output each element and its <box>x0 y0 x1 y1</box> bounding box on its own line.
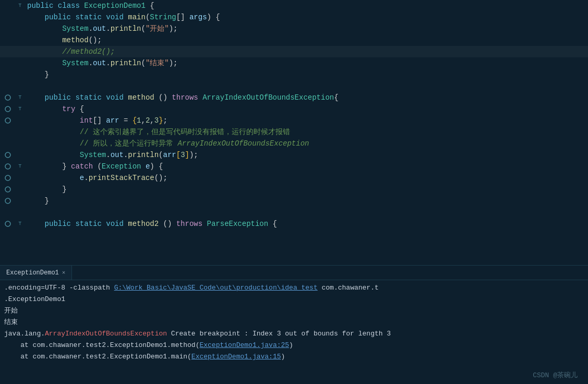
fold-icon <box>16 195 24 207</box>
svg-point-2 <box>5 118 10 123</box>
fold-icon <box>16 69 24 80</box>
console-path-link[interactable]: G:\Work_Basic\JavaSE_Code\out\production… <box>114 282 318 294</box>
fold-icon <box>16 149 24 161</box>
console-stack-1-prefix: at com.chawaner.test2.ExceptionDemo1.met… <box>4 340 199 351</box>
fold-icon <box>16 172 24 184</box>
code-line-2: public static void main(String[] args) { <box>0 11 588 23</box>
editor-area: ⊤ public class ExceptionDemo1 { public s… <box>0 0 588 265</box>
line-code: } <box>24 69 588 80</box>
watermark: CSDN @茶碗儿 <box>533 370 578 380</box>
fold-icon <box>16 57 24 69</box>
fold-icon <box>16 23 24 34</box>
code-line-4: method(); <box>0 34 588 46</box>
line-gutter <box>0 103 16 115</box>
console-error-class: ArrayIndexOutOfBoundsException <box>45 328 167 340</box>
line-code: } <box>24 195 588 207</box>
code-line-20: ⊤ public static void method2 () throws P… <box>0 218 588 230</box>
line-gutter <box>0 115 16 126</box>
console-error-prefix: java.lang. <box>4 328 45 340</box>
console-line-1: .encoding=UTF-8 -classpath G:\Work_Basic… <box>4 282 584 294</box>
console-line-4: 结束 <box>4 317 584 328</box>
line-gutter <box>0 46 16 57</box>
console-line-3: 开始 <box>4 305 584 317</box>
code-line-5: //method2(); <box>0 46 588 57</box>
svg-point-1 <box>5 106 10 112</box>
line-code <box>24 207 588 218</box>
console-text-end: 结束 <box>4 317 18 328</box>
line-gutter <box>0 138 16 149</box>
console-stack-2-suffix: ) <box>281 351 285 363</box>
line-gutter <box>0 0 16 11</box>
svg-point-7 <box>5 198 10 203</box>
line-code: } <box>24 184 588 195</box>
fold-icon <box>16 184 24 195</box>
line-code: //method2(); <box>24 46 588 57</box>
console-stack-2-prefix: at com.chawaner.test2.ExceptionDemo1.mai… <box>4 351 191 363</box>
fold-icon <box>16 126 24 138</box>
line-gutter <box>0 207 16 218</box>
console-text-encoding: .encoding=UTF-8 -classpath <box>4 282 114 294</box>
line-gutter <box>0 172 16 184</box>
tab-bar: ExceptionDemo1 × <box>0 265 588 280</box>
line-gutter <box>0 23 16 34</box>
code-line-12: // 这个索引越界了，但是写代码时没有报错，运行的时候才报错 <box>0 126 588 138</box>
line-code: public static void method () throws Arra… <box>24 92 588 103</box>
svg-point-4 <box>5 164 10 169</box>
fold-icon <box>16 115 24 126</box>
console-area: .encoding=UTF-8 -classpath G:\Work_Basic… <box>0 280 588 384</box>
console-line-7: at com.chawaner.test2.ExceptionDemo1.mai… <box>4 351 584 363</box>
fold-icon <box>16 11 24 23</box>
fold-icon <box>16 80 24 92</box>
line-code <box>24 80 588 92</box>
console-line-6: at com.chawaner.test2.ExceptionDemo1.met… <box>4 340 584 351</box>
code-line-7: } <box>0 69 588 80</box>
line-code: // 这个索引越界了，但是写代码时没有报错，运行的时候才报错 <box>24 126 588 138</box>
line-gutter <box>0 34 16 46</box>
code-content: ⊤ public class ExceptionDemo1 { public s… <box>0 0 588 265</box>
console-text-suffix: com.chawaner.t <box>318 282 379 294</box>
line-code: System.out.println("开始"); <box>24 23 588 34</box>
fold-icon[interactable]: ⊤ <box>16 0 24 11</box>
console-error-msg: Create breakpoint : Index 3 out of bound… <box>167 328 391 340</box>
line-code: method(); <box>24 34 588 46</box>
line-gutter <box>0 57 16 69</box>
tab-close-icon[interactable]: × <box>62 270 66 276</box>
code-line-11: int[] arr = {1,2,3}; <box>0 115 588 126</box>
console-text-classname: .ExceptionDemo1 <box>4 294 65 305</box>
fold-icon <box>16 207 24 218</box>
code-line-6: System.out.println("结束"); <box>0 57 588 69</box>
code-line-blank2 <box>0 207 588 218</box>
line-code: System.out.println("结束"); <box>24 57 588 69</box>
code-line-3: System.out.println("开始"); <box>0 23 588 34</box>
console-stack-1-link[interactable]: ExceptionDemo1.java:25 <box>199 340 289 351</box>
svg-point-5 <box>5 175 10 181</box>
code-line-10: ⊤ try { <box>0 103 588 115</box>
fold-icon[interactable]: ⊤ <box>16 218 24 230</box>
line-code: int[] arr = {1,2,3}; <box>24 115 588 126</box>
fold-icon[interactable]: ⊤ <box>16 92 24 103</box>
console-line-5: java.lang.ArrayIndexOutOfBoundsException… <box>4 328 584 340</box>
console-line-2: .ExceptionDemo1 <box>4 294 584 305</box>
line-code: public static void method2 () throws Par… <box>24 218 588 230</box>
tab-item-exception-demo[interactable]: ExceptionDemo1 × <box>0 266 72 280</box>
fold-icon[interactable]: ⊤ <box>16 103 24 115</box>
line-code: try { <box>24 103 588 115</box>
fold-icon <box>16 34 24 46</box>
code-line-blank1 <box>0 80 588 92</box>
fold-icon[interactable]: ⊤ <box>16 161 24 172</box>
line-gutter <box>0 149 16 161</box>
line-gutter <box>0 80 16 92</box>
console-content: .encoding=UTF-8 -classpath G:\Work_Basic… <box>0 280 588 384</box>
line-gutter <box>0 195 16 207</box>
line-code: e.printStackTrace(); <box>24 172 588 184</box>
line-gutter <box>0 69 16 80</box>
svg-point-8 <box>5 221 10 226</box>
svg-point-3 <box>5 152 10 158</box>
line-gutter <box>0 161 16 172</box>
line-gutter <box>0 126 16 138</box>
line-code: } catch (Exception e) { <box>24 161 588 172</box>
line-code: public class ExceptionDemo1 { <box>24 0 588 11</box>
console-stack-2-link[interactable]: ExceptionDemo1.java:15 <box>191 351 281 363</box>
console-stack-1-suffix: ) <box>289 340 293 351</box>
code-line-18: } <box>0 195 588 207</box>
